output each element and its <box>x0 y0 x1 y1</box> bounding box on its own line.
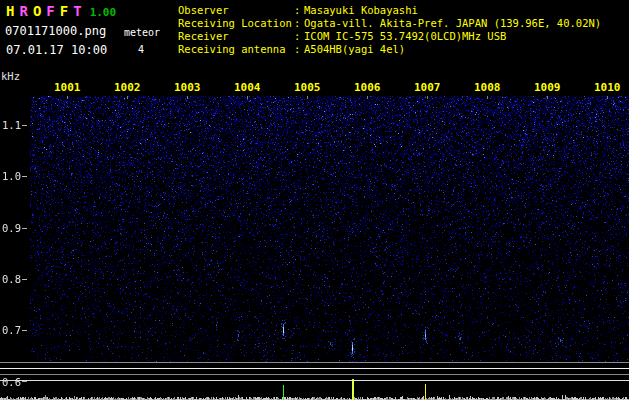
app-logo-letter: H <box>6 3 14 19</box>
info-row-observer: Observer:Masayuki Kobayashi <box>178 4 601 17</box>
info-label: Receiving Location <box>178 17 294 30</box>
app-logo-letter: F <box>46 3 54 19</box>
app-logo-letter: F <box>60 3 68 19</box>
info-value: Ogata-vill. Akita-Pref. JAPAN (139.96E, … <box>304 17 601 29</box>
time-tick-label: 1007 <box>414 81 441 94</box>
app-version: 1.00 <box>90 6 117 19</box>
info-label: Receiver <box>178 30 294 43</box>
app-logo-letter: R <box>19 3 27 19</box>
info-row-receiver: Receiver:ICOM IC-575 53.7492(0LCD)MHz US… <box>178 30 601 43</box>
info-label: Observer <box>178 4 294 17</box>
level-reference-line <box>0 374 629 375</box>
spectrogram-canvas <box>30 96 629 362</box>
freq-tick-mark <box>22 228 27 229</box>
freq-tick-label: 0.8 <box>1 273 21 285</box>
datetime-label: 07.01.17 10:00 <box>6 43 107 57</box>
freq-axis-unit: kHz <box>1 70 20 82</box>
time-tick-label: 1008 <box>474 81 501 94</box>
info-value: A504HB(yagi 4el) <box>304 43 405 55</box>
app-logo-letter: O <box>33 3 41 19</box>
info-label: Receiving antenna <box>178 43 294 56</box>
freq-tick-mark <box>22 125 27 126</box>
info-row-antenna: Receiving antenna:A504HB(yagi 4el) <box>178 43 601 56</box>
freq-tick-label: 1.0 <box>1 170 21 182</box>
freq-tick-label: 0.9 <box>1 222 21 234</box>
time-tick-label: 1010 <box>594 81 621 94</box>
mode-label: meteor <box>124 27 160 38</box>
freq-tick-mark <box>22 330 27 331</box>
info-colon: : <box>294 30 304 43</box>
time-tick-label: 1003 <box>174 81 201 94</box>
info-value: Masayuki Kobayashi <box>304 4 418 16</box>
time-tick-label: 1006 <box>354 81 381 94</box>
info-value: ICOM IC-575 53.7492(0LCD)MHz USB <box>304 30 506 42</box>
meteor-count: 4 <box>138 44 144 55</box>
app-logo: HROFFT1.00 <box>6 3 116 19</box>
time-tick-label: 1009 <box>534 81 561 94</box>
info-colon: : <box>294 4 304 17</box>
time-tick-label: 1005 <box>294 81 321 94</box>
filename-label: 0701171000.png <box>5 24 106 38</box>
info-colon: : <box>294 43 304 56</box>
hrofft-spectrogram-image: HROFFT1.00 0701171000.png meteor 07.01.1… <box>0 0 629 400</box>
freq-tick-label: 0.7 <box>1 324 21 336</box>
freq-tick-mark <box>22 279 27 280</box>
signal-level-canvas <box>0 378 629 400</box>
freq-tick-mark <box>22 176 27 177</box>
info-row-location: Receiving Location:Ogata-vill. Akita-Pre… <box>178 17 601 30</box>
time-tick-label: 1004 <box>234 81 261 94</box>
info-colon: : <box>294 17 304 30</box>
freq-tick-label: 1.1 <box>1 119 21 131</box>
level-reference-line <box>0 368 629 369</box>
app-logo-letter: T <box>73 3 81 19</box>
time-tick-label: 1001 <box>54 81 81 94</box>
freq-tick-label: 0.6 <box>1 376 21 388</box>
freq-tick-mark <box>22 381 27 382</box>
station-info: Observer:Masayuki Kobayashi Receiving Lo… <box>178 4 601 56</box>
time-tick-label: 1002 <box>114 81 141 94</box>
level-reference-line <box>0 362 629 363</box>
